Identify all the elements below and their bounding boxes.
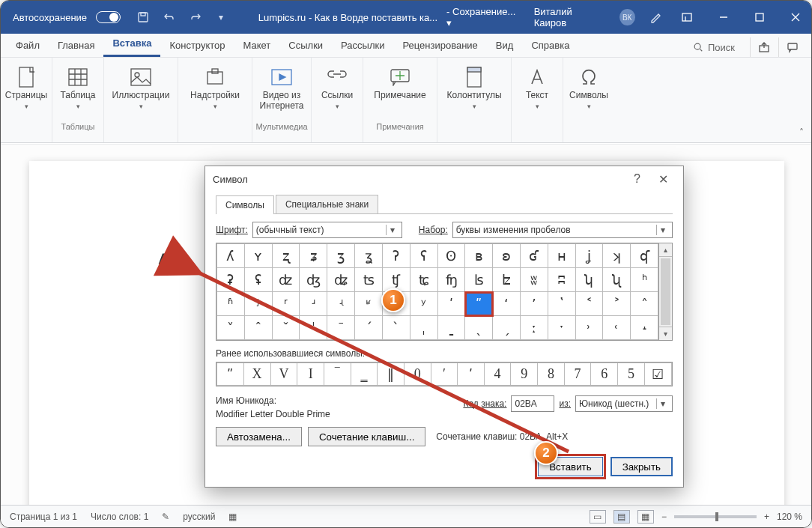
symbol-cell[interactable]: ʥ [327,268,355,292]
symbol-cell[interactable]: ʵ [327,292,355,316]
symbol-cell[interactable]: ˒ [575,316,603,340]
dialog-titlebar[interactable]: Символ ? ✕ [205,166,683,192]
recent-symbol-cell[interactable]: X [243,363,270,386]
symbol-cell[interactable]: ˆ [244,316,272,340]
symbol-cell[interactable]: ʔ [382,244,410,268]
comment-button[interactable]: Примечание [366,61,434,122]
autosave-toggle[interactable] [96,11,121,23]
symbol-cell[interactable]: ˌ [410,316,437,340]
recent-symbol-cell[interactable]: 5 [618,363,645,386]
recent-symbol-cell[interactable]: ‾ [324,363,351,386]
recent-symbol-cell[interactable]: 8 [538,363,565,386]
tab-design[interactable]: Конструктор [160,34,234,57]
web-layout-icon[interactable]: ▦ [637,510,654,524]
symbol-cell[interactable]: ʚ [493,244,521,268]
spellcheck-icon[interactable]: ✎ [162,512,169,522]
recent-symbol-cell[interactable]: 7 [564,363,591,386]
symbol-cell[interactable]: ʜ [548,244,575,268]
code-input[interactable]: 02BA [511,395,554,412]
symbol-cell[interactable]: ˂ [575,292,603,316]
symbol-cell[interactable]: ʛ [520,244,548,268]
close-button[interactable] [780,1,811,34]
dialog-help-button[interactable]: ? [626,169,648,189]
macro-icon[interactable]: ▦ [228,512,237,522]
zoom-value[interactable]: 120 % [777,512,802,522]
symbol-cell[interactable]: ˃ [603,292,631,316]
recent-symbol-cell[interactable]: 6 [591,363,618,386]
shortcut-button[interactable]: Сочетание клавиш... [308,427,425,446]
symbol-cell[interactable]: ʯ [603,268,631,292]
addins-button[interactable]: Надстройки▾ [181,61,249,122]
symbol-cell[interactable]: ʹ [437,292,465,316]
search-box[interactable]: Поиск [685,42,748,53]
symbol-grid[interactable]: ʎʏʐʑʒʓʔʕʘʙʚʛʜʝʞʠʡʢʣʤʥʦʧʨʩʪʫʬʭʮʯʰʱʲʳʴʵʶʷʸ… [216,243,659,341]
language-status[interactable]: русский [183,512,215,522]
table-button[interactable]: Таблица▾ [55,61,100,122]
tab-layout[interactable]: Макет [234,34,280,57]
user-name[interactable]: Виталий Каиров [534,6,605,28]
save-icon[interactable] [133,1,154,34]
symbol-cell[interactable]: ʙ [465,244,493,268]
maximize-button[interactable] [744,1,775,34]
illustrations-button[interactable]: Иллюстрации▾ [107,61,175,122]
symbol-cell[interactable]: ʡ [217,268,245,292]
symbol-cell[interactable]: ʝ [575,244,603,268]
symbol-cell[interactable]: ʰ [631,268,658,292]
symbol-cell[interactable]: ˓ [603,316,631,340]
online-video-button[interactable]: Видео из Интернета [255,61,308,122]
print-layout-icon[interactable]: ▤ [613,510,630,524]
symbol-cell[interactable]: ʼ [520,292,548,316]
redo-icon[interactable] [184,1,206,34]
symbol-cell[interactable]: ˔ [631,316,658,340]
recent-symbol-cell[interactable]: ʺ [217,363,244,386]
symbol-cell[interactable]: ʕ [410,244,437,268]
zoom-in-button[interactable]: + [764,512,769,522]
symbol-cell[interactable]: ʱ [217,292,245,316]
recent-grid[interactable]: ʺXVI‾‗‖0′ʹ498765☑ [216,362,673,386]
scroll-up-icon[interactable]: ▴ [659,243,672,257]
symbol-cell[interactable]: ʦ [355,268,383,292]
scroll-down-icon[interactable]: ▾ [659,327,672,340]
set-combo[interactable]: буквы изменения пробелов▾ [452,222,673,238]
recent-symbol-cell[interactable]: 4 [484,363,511,386]
symbol-cell[interactable]: ʓ [355,244,383,268]
symbol-cell[interactable]: ˎ [465,316,493,340]
symbol-cell[interactable]: ʺ [465,292,493,316]
minimize-button[interactable] [708,1,739,34]
symbol-cell[interactable]: ˅ [217,316,245,340]
symbol-cell[interactable]: ʏ [244,244,272,268]
recent-symbol-cell[interactable]: V [270,363,297,386]
tab-review[interactable]: Рецензирование [393,34,486,57]
page-counter[interactable]: Страница 1 из 1 [10,512,77,522]
symbol-cell[interactable]: ˏ [493,316,521,340]
symbol-cell[interactable]: ʲ [244,292,272,316]
symbol-cell[interactable]: ˑ [548,316,575,340]
symbol-cell[interactable]: ʻ [493,292,521,316]
recent-symbol-cell[interactable]: ′ [431,363,457,386]
qat-customize-icon[interactable]: ▾ [210,1,232,34]
recent-symbol-cell[interactable]: ☑ [644,363,671,386]
share-icon[interactable] [750,37,777,57]
symbol-cell[interactable]: ʨ [410,268,437,292]
symbol-cell[interactable]: ʳ [272,292,300,316]
symbol-cell[interactable]: ʭ [548,268,575,292]
tab-insert[interactable]: Вставка [103,32,160,57]
links-button[interactable]: Ссылки▾ [315,61,360,122]
symbol-cell[interactable]: ˈ [300,316,327,340]
symbol-cell[interactable]: ʸ [410,292,437,316]
text-button[interactable]: Текст▾ [515,61,560,122]
tab-mailings[interactable]: Рассылки [332,34,393,57]
tab-view[interactable]: Вид [487,34,523,57]
read-mode-icon[interactable]: ▭ [590,510,606,524]
symbol-cell[interactable]: ˍ [437,316,465,340]
symbol-cell[interactable]: ˉ [327,316,355,340]
symbol-cell[interactable]: ʴ [300,292,327,316]
close-dialog-button[interactable]: Закрыть [610,457,673,476]
symbol-cell[interactable]: ʶ [355,292,383,316]
symbol-cell[interactable]: ʮ [575,268,603,292]
dialog-close-button[interactable]: ✕ [651,169,676,189]
tab-symbols-dlg[interactable]: Символы [216,195,274,214]
symbol-cell[interactable]: ʞ [603,244,631,268]
symbol-cell[interactable]: ʽ [548,292,575,316]
symbol-cell[interactable]: ʪ [465,268,493,292]
